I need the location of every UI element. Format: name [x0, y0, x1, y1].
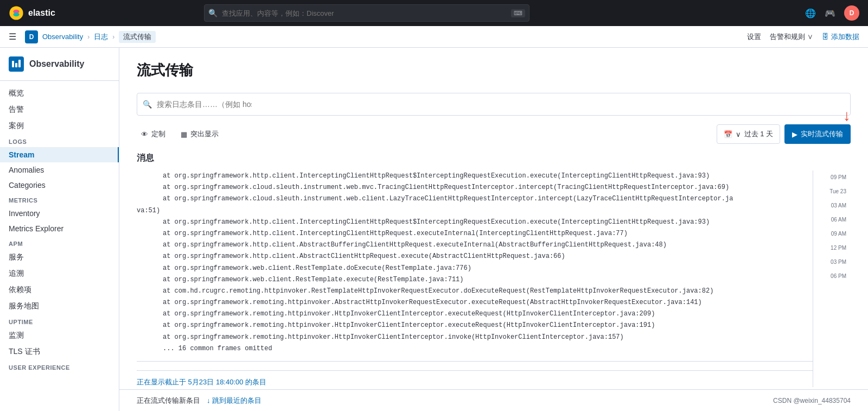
log-text-area: at org.springframework.http.client.Inter… — [137, 170, 813, 387]
search-icon-top: 🔍 — [208, 9, 218, 17]
timeline-label-09pm: 09 PM — [831, 175, 846, 180]
sidebar-item-dependencies[interactable]: 依赖项 — [0, 282, 119, 298]
add-data-label: 添加数据 — [831, 32, 859, 42]
log-line: at org.springframework.http.client.Inter… — [137, 217, 813, 228]
user-avatar[interactable]: D — [844, 5, 859, 21]
sidebar-item-anomalies[interactable]: Anomalies — [0, 162, 119, 178]
top-nav: elastic 🔍 ⌨ 🌐 🎮 D — [0, 0, 868, 26]
sidebar-item-stream[interactable]: Stream — [0, 147, 119, 162]
customize-label: 定制 — [151, 129, 165, 139]
date-picker-button[interactable]: 📅 ∨ 过去 1 天 — [717, 124, 780, 144]
sidebar-item-cases[interactable]: 案例 — [0, 118, 119, 134]
sidebar-section-logs: Logs — [0, 134, 119, 147]
elastic-icon — [9, 5, 24, 21]
stream-footer: 正在流式传输新条目 ↓ 跳到最近的条目 CSDN @weixin_4483570… — [119, 389, 868, 411]
calendar-icon: 📅 — [724, 130, 732, 138]
top-nav-right: 🌐 🎮 D — [805, 5, 859, 21]
log-line: at org.springframework.remoting.httpinvo… — [137, 332, 813, 343]
jump-to-latest-link[interactable]: ↓ 跳到最近的条目 — [207, 396, 261, 406]
global-search-bar: 🔍 ⌨ — [204, 4, 529, 22]
alerts-rules-label: 告警和规则 — [770, 33, 805, 41]
sidebar-item-inventory[interactable]: Inventory — [0, 206, 119, 221]
streaming-status-text: 正在流式传输新条目 — [137, 396, 200, 406]
settings-link[interactable]: 设置 — [747, 32, 761, 42]
sidebar-item-categories[interactable]: Categories — [0, 178, 119, 193]
toolbar-left: 👁 定制 ▦ 突出显示 — [137, 127, 223, 141]
sidebar-section-metrics: Metrics — [0, 193, 119, 206]
sidebar-item-traces[interactable]: 追溯 — [0, 265, 119, 282]
database-icon: 🗄 — [822, 33, 829, 41]
sidebar-section-uptime: Uptime — [0, 314, 119, 327]
timeline-label-12pm: 12 PM — [831, 245, 846, 251]
date-picker-label: 过去 1 天 — [744, 129, 773, 139]
main-content: 流式传输 🔍 👁 定制 ▦ 突出显示 📅 — [119, 48, 868, 411]
toolbar-row: 👁 定制 ▦ 突出显示 📅 ∨ 过去 1 天 ↓ ▶ — [137, 124, 851, 144]
add-data-button[interactable]: 🗄 添加数据 — [822, 32, 859, 42]
alerts-rules-link[interactable]: 告警和规则 ∨ — [770, 32, 813, 42]
sidebar-title: Observability — [29, 59, 84, 69]
sidebar: Observability 概览 告警 案例 Logs Stream Anoma… — [0, 48, 119, 411]
main-layout: Observability 概览 告警 案例 Logs Stream Anoma… — [0, 48, 868, 411]
observability-icon — [9, 56, 24, 72]
timeline-label-03am: 03 AM — [831, 203, 846, 208]
log-search-icon: 🔍 — [143, 100, 152, 109]
highlight-button[interactable]: ▦ 突出显示 — [176, 127, 223, 141]
sidebar-item-services[interactable]: 服务 — [0, 249, 119, 265]
log-line: at org.springframework.http.client.Inter… — [137, 228, 813, 239]
breadcrumb-bar: ☰ D Observability › 日志 › 流式传输 设置 告警和规则 ∨… — [0, 26, 868, 48]
sidebar-item-overview[interactable]: 概览 — [0, 85, 119, 102]
sidebar-item-tls[interactable]: TLS 证书 — [0, 344, 119, 360]
toolbar-right: 📅 ∨ 过去 1 天 ↓ ▶ 实时流式传输 — [717, 124, 851, 144]
calendar-dropdown-icon: ∨ — [736, 130, 741, 138]
timeline-label-06pm: 06 PM — [831, 274, 846, 279]
timeline-label-03pm: 03 PM — [831, 260, 846, 265]
global-search-input[interactable] — [204, 4, 529, 22]
help-icon[interactable]: 🎮 — [825, 8, 835, 18]
highlight-icon: ▦ — [181, 130, 187, 138]
sidebar-item-alerts[interactable]: 告警 — [0, 102, 119, 118]
sidebar-section-apm: APM — [0, 236, 119, 249]
log-content-area: at org.springframework.http.client.Inter… — [137, 170, 851, 387]
log-section-header: 消息 — [137, 153, 851, 164]
realtime-stream-button[interactable]: ▶ 实时流式传输 — [784, 124, 851, 144]
sidebar-header: Observability — [0, 56, 119, 81]
status-bar: 正在显示截止于 5月23日 18:40:00 的条目 — [137, 370, 813, 387]
elastic-logo[interactable]: elastic — [9, 5, 63, 21]
timeline: 09 PM Tue 23 03 AM 06 AM 09 AM 12 PM 03 … — [813, 170, 851, 387]
svg-point-2 — [13, 12, 19, 16]
status-text: 正在显示截止于 5月23日 18:40:00 的条目 — [137, 378, 266, 386]
breadcrumb-logs[interactable]: 日志 — [94, 32, 108, 42]
svg-rect-4 — [12, 61, 14, 67]
breadcrumb-observability[interactable]: Observability — [42, 33, 83, 41]
timeline-label-09am: 09 AM — [831, 231, 846, 237]
breadcrumb-sep-1: › — [87, 33, 90, 41]
space-button[interactable]: D — [25, 30, 38, 43]
sidebar-item-monitor[interactable]: 监测 — [0, 327, 119, 344]
elastic-label: elastic — [28, 8, 55, 18]
log-line: at com.hd.rcugrc.remoting.httpinvoker.Re… — [137, 286, 813, 297]
log-line: at org.springframework.remoting.httpinvo… — [137, 320, 813, 331]
highlight-label: 突出显示 — [190, 129, 219, 139]
log-search-wrapper: 🔍 — [137, 93, 850, 115]
log-line: at org.springframework.cloud.sleuth.inst… — [137, 193, 813, 205]
hamburger-button[interactable]: ☰ — [9, 31, 16, 42]
breadcrumb-current: 流式传输 — [119, 31, 156, 43]
jump-to-latest-label: ↓ 跳到最近的条目 — [207, 396, 261, 406]
sidebar-item-service-map[interactable]: 服务地图 — [0, 298, 119, 314]
timeline-label-06am: 06 AM — [831, 217, 846, 223]
play-icon: ▶ — [792, 130, 797, 138]
globe-icon[interactable]: 🌐 — [805, 8, 816, 18]
customize-button[interactable]: 👁 定制 — [137, 127, 170, 141]
log-search-row: 🔍 — [137, 93, 851, 116]
log-search-input[interactable] — [137, 93, 258, 115]
log-line: at org.springframework.cloud.sleuth.inst… — [137, 182, 813, 193]
log-line: va:51) — [137, 205, 813, 217]
log-line: at org.springframework.web.client.RestTe… — [137, 263, 813, 274]
log-line: ... 16 common frames omitted — [137, 343, 813, 355]
credit-text: CSDN @weixin_44835704 — [773, 397, 851, 404]
breadcrumb-right-actions: 设置 告警和规则 ∨ 🗄 添加数据 — [747, 32, 859, 42]
stream-btn-label: 实时流式传输 — [801, 129, 843, 139]
sidebar-item-metrics-explorer[interactable]: Metrics Explorer — [0, 221, 119, 236]
log-line: at org.springframework.http.client.Abstr… — [137, 251, 813, 262]
log-line: at org.springframework.remoting.httpinvo… — [137, 297, 813, 308]
